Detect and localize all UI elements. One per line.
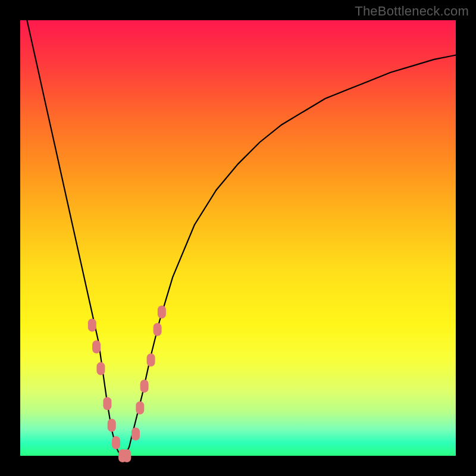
curve-marker (136, 402, 144, 415)
curve-marker (88, 318, 96, 331)
curve-markers (88, 305, 166, 462)
curve-marker (158, 305, 166, 318)
curve-marker (131, 427, 140, 440)
curve-marker (147, 353, 155, 367)
curve-line (20, 0, 456, 456)
curve-marker (123, 449, 131, 462)
watermark-text: TheBottleneck.com (355, 4, 469, 19)
bottleneck-curve (20, 20, 456, 456)
plot-area (20, 20, 456, 456)
curve-marker (154, 323, 162, 336)
curve-marker (108, 419, 116, 432)
curve-marker (112, 436, 120, 449)
curve-marker (96, 362, 105, 375)
curve-marker (140, 380, 149, 393)
curve-marker (92, 340, 101, 353)
chart-frame: TheBottleneck.com (0, 0, 476, 476)
curve-marker (103, 397, 111, 410)
